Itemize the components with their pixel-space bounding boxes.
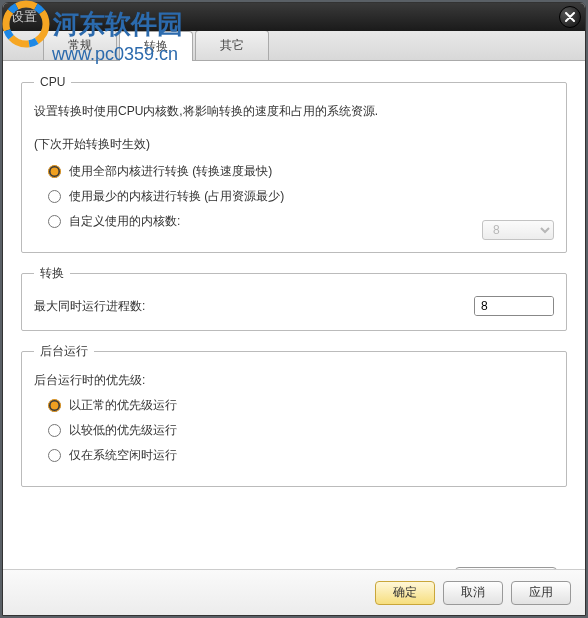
- content-area: CPU 设置转换时使用CPU内核数,将影响转换的速度和占用的系统资源. (下次开…: [3, 61, 585, 579]
- label-cpu-min[interactable]: 使用最少的内核进行转换 (占用资源最少): [69, 188, 284, 205]
- cpu-desc: 设置转换时使用CPU内核数,将影响转换的速度和占用的系统资源.: [34, 103, 554, 120]
- max-proc-input[interactable]: [475, 297, 554, 315]
- cpu-note: (下次开始转换时生效): [34, 136, 554, 153]
- apply-button[interactable]: 应用: [511, 581, 571, 605]
- cpu-legend: CPU: [34, 75, 71, 89]
- cancel-button[interactable]: 取消: [443, 581, 503, 605]
- ok-button[interactable]: 确定: [375, 581, 435, 605]
- cpu-group: CPU 设置转换时使用CPU内核数,将影响转换的速度和占用的系统资源. (下次开…: [21, 75, 567, 253]
- tabstrip: 常规 转换 其它: [3, 31, 585, 61]
- settings-window: 设置 常规 转换 其它 CPU 设置转换时使用CPU内核数,将影响转换的速度和占…: [2, 2, 586, 616]
- radio-cpu-all[interactable]: [48, 165, 61, 178]
- tab-convert[interactable]: 转换: [119, 31, 193, 61]
- bg-label: 后台运行时的优先级:: [34, 372, 554, 389]
- label-bg-low[interactable]: 以较低的优先级运行: [69, 422, 177, 439]
- max-proc-label: 最大同时运行进程数:: [34, 298, 145, 315]
- tab-other[interactable]: 其它: [195, 30, 269, 60]
- bottom-bar: 确定 取消 应用: [3, 569, 585, 615]
- label-cpu-custom[interactable]: 自定义使用的内核数:: [69, 213, 180, 230]
- label-bg-idle[interactable]: 仅在系统空闲时运行: [69, 447, 177, 464]
- background-legend: 后台运行: [34, 343, 94, 360]
- close-icon: [565, 12, 575, 22]
- background-group: 后台运行 后台运行时的优先级: 以正常的优先级运行 以较低的优先级运行 仅在系统…: [21, 343, 567, 487]
- cores-select[interactable]: 8: [482, 220, 554, 240]
- radio-bg-idle[interactable]: [48, 449, 61, 462]
- radio-cpu-min[interactable]: [48, 190, 61, 203]
- radio-cpu-custom[interactable]: [48, 215, 61, 228]
- radio-bg-normal[interactable]: [48, 399, 61, 412]
- max-proc-spinner[interactable]: ▲ ▼: [474, 296, 554, 316]
- convert-group: 转换 最大同时运行进程数: ▲ ▼: [21, 265, 567, 331]
- label-bg-normal[interactable]: 以正常的优先级运行: [69, 397, 177, 414]
- close-button[interactable]: [559, 6, 581, 28]
- window-title: 设置: [11, 8, 37, 26]
- titlebar: 设置: [3, 3, 585, 31]
- radio-bg-low[interactable]: [48, 424, 61, 437]
- convert-legend: 转换: [34, 265, 70, 282]
- tab-general[interactable]: 常规: [43, 30, 117, 60]
- label-cpu-all[interactable]: 使用全部内核进行转换 (转换速度最快): [69, 163, 272, 180]
